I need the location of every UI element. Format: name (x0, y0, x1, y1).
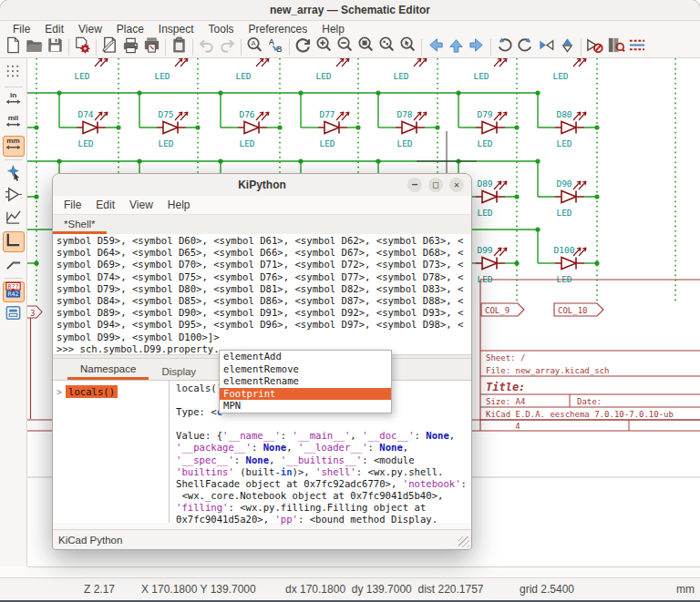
units-mm-button[interactable]: mm (3, 136, 25, 157)
svg-text:LED: LED (393, 71, 408, 81)
kipython-menu-edit[interactable]: Edit (88, 198, 122, 212)
redo-button[interactable] (217, 37, 238, 57)
tree-item-locals[interactable]: locals() (66, 385, 118, 398)
open-file-button[interactable] (24, 37, 45, 57)
autocomplete-item-elementrename[interactable]: elementRename (220, 375, 391, 388)
print-button[interactable] (120, 37, 141, 57)
left-toolbar: inmilmmR??R42 (0, 58, 27, 566)
highlight-net-button[interactable] (626, 37, 647, 57)
page-settings-button[interactable] (99, 37, 120, 57)
led-symbol-D90[interactable] (555, 191, 584, 203)
mirror-vertical-icon (558, 36, 577, 58)
kipython-menu-file[interactable]: File (57, 198, 88, 212)
plot-button[interactable] (141, 37, 162, 57)
nav-back-button[interactable] (425, 37, 446, 57)
autocomplete-item-mpn[interactable]: MPN (220, 400, 391, 413)
show-directive-labels-button[interactable] (3, 304, 25, 325)
tab-display[interactable]: Display (149, 362, 209, 380)
console-line: symbol D89>, <symbol D90>, <symbol D91>,… (57, 307, 471, 319)
rotate-cw-button[interactable] (515, 37, 536, 57)
tab-namespace[interactable]: Namespace (67, 360, 149, 380)
new-file-button[interactable] (3, 37, 24, 57)
show-hidden-fields-button[interactable]: R??R42 (3, 281, 25, 302)
display-line: ShellFacade object at 0x7fc92adc6770>, '… (176, 478, 471, 490)
svg-text:LED: LED (235, 71, 251, 81)
led-symbol-D78[interactable] (396, 122, 425, 134)
menu-inspect[interactable]: Inspect (151, 22, 201, 36)
symbol-library-browser-button[interactable] (605, 37, 626, 57)
zoom-fit-button[interactable] (355, 37, 376, 57)
led-symbol-D77[interactable] (318, 122, 347, 134)
resize-grip[interactable] (458, 536, 469, 547)
zoom-objects-button[interactable] (376, 37, 397, 57)
main-statusbar: Z 2.17X 170.1800 Y 139.7000dx 170.1800 d… (0, 577, 700, 601)
show-grid-button[interactable] (3, 63, 25, 84)
menu-preferences[interactable]: Preferences (242, 22, 315, 36)
show-hidden-pins-button[interactable] (3, 186, 25, 207)
show-directive-labels-icon (4, 303, 23, 326)
console-line: symbol D74>, <symbol D75>, <symbol D76>,… (57, 271, 471, 283)
tree-row-locals[interactable]: > locals() (57, 385, 169, 398)
tab-shell[interactable]: *Shell* (53, 216, 107, 234)
minimize-button[interactable]: – (407, 178, 422, 192)
autocomplete-item-footprint[interactable]: Footprint (220, 388, 391, 401)
units-mils-button[interactable]: mil (3, 113, 25, 134)
toolbar-separator (5, 278, 23, 279)
led-symbol-D74[interactable] (77, 122, 106, 134)
namespace-tree[interactable]: > locals() (53, 381, 170, 523)
titlebar[interactable]: new_array — Schematic Editor (0, 0, 700, 21)
svg-text:in: in (10, 91, 16, 99)
led-symbol-D89[interactable] (476, 191, 505, 203)
find-replace-button[interactable]: AB (265, 37, 286, 57)
mirror-horizontal-button[interactable] (536, 37, 557, 57)
zoom-selection-button[interactable] (397, 37, 418, 57)
mirror-vertical-button[interactable] (557, 37, 578, 57)
save-button[interactable] (45, 37, 66, 57)
menu-place[interactable]: Place (109, 22, 151, 36)
led-symbol-D76[interactable] (238, 122, 267, 134)
refresh-icon (293, 36, 313, 58)
menu-tools[interactable]: Tools (201, 22, 242, 36)
wire-hv-mode-button[interactable] (3, 231, 25, 252)
zoom-in-button[interactable] (314, 37, 335, 57)
led-symbol-D99[interactable] (476, 258, 505, 270)
cursor-shape-button[interactable] (3, 163, 25, 184)
wire-free-angle-button[interactable] (3, 209, 25, 230)
kipython-menu-help[interactable]: Help (160, 198, 198, 212)
rotate-ccw-button[interactable] (494, 37, 515, 57)
menu-edit[interactable]: Edit (37, 22, 71, 36)
python-console[interactable]: symbol D59>, <symbol D60>, <symbol D61>,… (53, 234, 471, 354)
undo-button[interactable] (196, 37, 217, 57)
tree-expander-icon[interactable]: > (57, 387, 62, 397)
kipython-menu-view[interactable]: View (122, 198, 160, 212)
autocomplete-item-elementremove[interactable]: elementRemove (220, 363, 391, 376)
display-line: 0x7fc9041d5a20>, 'pp': <bound method Dis… (176, 514, 471, 525)
led-symbol-D75[interactable] (157, 122, 186, 134)
kipython-titlebar[interactable]: KiPython – □ ✕ (53, 174, 471, 197)
nav-forward-button[interactable] (467, 37, 488, 57)
refresh-button[interactable] (293, 37, 314, 57)
led-symbol-D79[interactable] (476, 122, 505, 134)
toolbar-separator (96, 39, 97, 56)
led-symbol-D80[interactable] (555, 122, 584, 134)
menu-view[interactable]: View (71, 22, 109, 36)
maximize-button[interactable]: □ (428, 178, 443, 192)
wire-45-mode-button[interactable] (3, 254, 25, 275)
paste-button[interactable] (169, 37, 190, 57)
units-inches-button[interactable]: in (3, 90, 25, 111)
menu-help[interactable]: Help (314, 22, 352, 36)
svg-text:LED: LED (556, 138, 571, 148)
close-button[interactable]: ✕ (449, 178, 464, 192)
find-button[interactable]: A (244, 37, 265, 57)
svg-text:4: 4 (515, 422, 520, 431)
nav-back-icon (426, 36, 445, 58)
toolbar-separator (192, 39, 193, 56)
menu-file[interactable]: File (5, 22, 37, 36)
annotate-symbols-button[interactable] (584, 37, 605, 57)
nav-up-button[interactable] (446, 37, 467, 57)
autocomplete-item-elementadd[interactable]: elementAdd (220, 351, 391, 363)
wire-hv-mode-icon (4, 230, 23, 253)
led-symbol-D100[interactable] (555, 258, 584, 270)
zoom-out-button[interactable] (335, 37, 355, 57)
schematic-setup-button[interactable] (72, 37, 93, 57)
